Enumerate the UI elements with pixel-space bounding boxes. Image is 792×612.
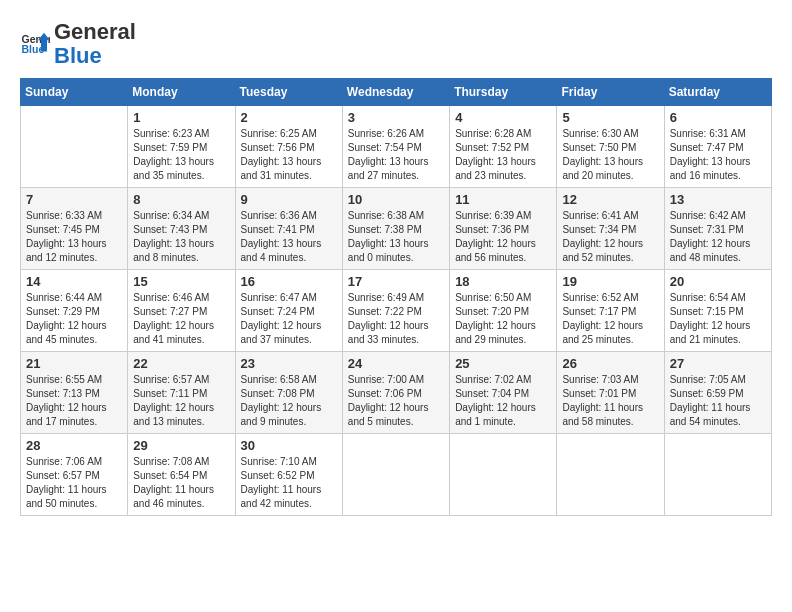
day-number: 27 <box>670 356 766 371</box>
day-number: 30 <box>241 438 337 453</box>
day-number: 2 <box>241 110 337 125</box>
day-info: Sunrise: 6:39 AM Sunset: 7:36 PM Dayligh… <box>455 209 551 265</box>
calendar-day-cell: 1Sunrise: 6:23 AM Sunset: 7:59 PM Daylig… <box>128 106 235 188</box>
day-info: Sunrise: 6:58 AM Sunset: 7:08 PM Dayligh… <box>241 373 337 429</box>
day-number: 8 <box>133 192 229 207</box>
calendar-day-cell: 10Sunrise: 6:38 AM Sunset: 7:38 PM Dayli… <box>342 188 449 270</box>
weekday-header: Sunday <box>21 79 128 106</box>
day-info: Sunrise: 6:47 AM Sunset: 7:24 PM Dayligh… <box>241 291 337 347</box>
day-info: Sunrise: 6:38 AM Sunset: 7:38 PM Dayligh… <box>348 209 444 265</box>
day-info: Sunrise: 6:57 AM Sunset: 7:11 PM Dayligh… <box>133 373 229 429</box>
calendar-week-row: 7Sunrise: 6:33 AM Sunset: 7:45 PM Daylig… <box>21 188 772 270</box>
calendar-day-cell: 14Sunrise: 6:44 AM Sunset: 7:29 PM Dayli… <box>21 270 128 352</box>
day-info: Sunrise: 6:49 AM Sunset: 7:22 PM Dayligh… <box>348 291 444 347</box>
day-info: Sunrise: 6:25 AM Sunset: 7:56 PM Dayligh… <box>241 127 337 183</box>
day-number: 4 <box>455 110 551 125</box>
day-number: 3 <box>348 110 444 125</box>
calendar-day-cell <box>664 434 771 516</box>
day-info: Sunrise: 6:46 AM Sunset: 7:27 PM Dayligh… <box>133 291 229 347</box>
day-number: 25 <box>455 356 551 371</box>
day-number: 26 <box>562 356 658 371</box>
logo-icon: General Blue <box>20 29 50 59</box>
day-info: Sunrise: 7:08 AM Sunset: 6:54 PM Dayligh… <box>133 455 229 511</box>
calendar-day-cell: 2Sunrise: 6:25 AM Sunset: 7:56 PM Daylig… <box>235 106 342 188</box>
day-number: 6 <box>670 110 766 125</box>
calendar-day-cell: 27Sunrise: 7:05 AM Sunset: 6:59 PM Dayli… <box>664 352 771 434</box>
weekday-header: Friday <box>557 79 664 106</box>
calendar-day-cell: 9Sunrise: 6:36 AM Sunset: 7:41 PM Daylig… <box>235 188 342 270</box>
day-info: Sunrise: 6:23 AM Sunset: 7:59 PM Dayligh… <box>133 127 229 183</box>
day-number: 18 <box>455 274 551 289</box>
day-info: Sunrise: 6:55 AM Sunset: 7:13 PM Dayligh… <box>26 373 122 429</box>
calendar-day-cell: 26Sunrise: 7:03 AM Sunset: 7:01 PM Dayli… <box>557 352 664 434</box>
day-info: Sunrise: 7:06 AM Sunset: 6:57 PM Dayligh… <box>26 455 122 511</box>
day-info: Sunrise: 6:30 AM Sunset: 7:50 PM Dayligh… <box>562 127 658 183</box>
day-number: 17 <box>348 274 444 289</box>
day-number: 12 <box>562 192 658 207</box>
calendar-day-cell: 15Sunrise: 6:46 AM Sunset: 7:27 PM Dayli… <box>128 270 235 352</box>
day-info: Sunrise: 7:10 AM Sunset: 6:52 PM Dayligh… <box>241 455 337 511</box>
calendar-day-cell: 13Sunrise: 6:42 AM Sunset: 7:31 PM Dayli… <box>664 188 771 270</box>
day-number: 10 <box>348 192 444 207</box>
day-info: Sunrise: 7:02 AM Sunset: 7:04 PM Dayligh… <box>455 373 551 429</box>
day-info: Sunrise: 6:34 AM Sunset: 7:43 PM Dayligh… <box>133 209 229 265</box>
calendar-day-cell: 21Sunrise: 6:55 AM Sunset: 7:13 PM Dayli… <box>21 352 128 434</box>
day-number: 5 <box>562 110 658 125</box>
calendar-day-cell: 6Sunrise: 6:31 AM Sunset: 7:47 PM Daylig… <box>664 106 771 188</box>
day-number: 20 <box>670 274 766 289</box>
day-info: Sunrise: 6:31 AM Sunset: 7:47 PM Dayligh… <box>670 127 766 183</box>
day-number: 15 <box>133 274 229 289</box>
day-info: Sunrise: 6:50 AM Sunset: 7:20 PM Dayligh… <box>455 291 551 347</box>
calendar-day-cell <box>557 434 664 516</box>
day-info: Sunrise: 7:00 AM Sunset: 7:06 PM Dayligh… <box>348 373 444 429</box>
calendar-day-cell: 20Sunrise: 6:54 AM Sunset: 7:15 PM Dayli… <box>664 270 771 352</box>
day-number: 7 <box>26 192 122 207</box>
day-info: Sunrise: 6:44 AM Sunset: 7:29 PM Dayligh… <box>26 291 122 347</box>
weekday-header: Monday <box>128 79 235 106</box>
calendar-day-cell: 25Sunrise: 7:02 AM Sunset: 7:04 PM Dayli… <box>450 352 557 434</box>
calendar-day-cell: 18Sunrise: 6:50 AM Sunset: 7:20 PM Dayli… <box>450 270 557 352</box>
calendar-day-cell: 8Sunrise: 6:34 AM Sunset: 7:43 PM Daylig… <box>128 188 235 270</box>
svg-text:Blue: Blue <box>22 43 45 55</box>
calendar-day-cell: 5Sunrise: 6:30 AM Sunset: 7:50 PM Daylig… <box>557 106 664 188</box>
logo-text: GeneralBlue <box>54 20 136 68</box>
weekday-header: Thursday <box>450 79 557 106</box>
calendar-day-cell <box>342 434 449 516</box>
weekday-header: Saturday <box>664 79 771 106</box>
day-number: 23 <box>241 356 337 371</box>
calendar-day-cell <box>21 106 128 188</box>
day-info: Sunrise: 7:03 AM Sunset: 7:01 PM Dayligh… <box>562 373 658 429</box>
calendar-day-cell: 22Sunrise: 6:57 AM Sunset: 7:11 PM Dayli… <box>128 352 235 434</box>
day-number: 24 <box>348 356 444 371</box>
weekday-header-row: SundayMondayTuesdayWednesdayThursdayFrid… <box>21 79 772 106</box>
calendar-day-cell: 17Sunrise: 6:49 AM Sunset: 7:22 PM Dayli… <box>342 270 449 352</box>
calendar-week-row: 28Sunrise: 7:06 AM Sunset: 6:57 PM Dayli… <box>21 434 772 516</box>
calendar-day-cell: 23Sunrise: 6:58 AM Sunset: 7:08 PM Dayli… <box>235 352 342 434</box>
calendar-day-cell: 29Sunrise: 7:08 AM Sunset: 6:54 PM Dayli… <box>128 434 235 516</box>
day-number: 13 <box>670 192 766 207</box>
calendar-day-cell: 11Sunrise: 6:39 AM Sunset: 7:36 PM Dayli… <box>450 188 557 270</box>
day-number: 14 <box>26 274 122 289</box>
day-number: 1 <box>133 110 229 125</box>
calendar-day-cell: 24Sunrise: 7:00 AM Sunset: 7:06 PM Dayli… <box>342 352 449 434</box>
day-info: Sunrise: 6:28 AM Sunset: 7:52 PM Dayligh… <box>455 127 551 183</box>
day-info: Sunrise: 6:41 AM Sunset: 7:34 PM Dayligh… <box>562 209 658 265</box>
calendar-week-row: 14Sunrise: 6:44 AM Sunset: 7:29 PM Dayli… <box>21 270 772 352</box>
day-number: 21 <box>26 356 122 371</box>
calendar-week-row: 1Sunrise: 6:23 AM Sunset: 7:59 PM Daylig… <box>21 106 772 188</box>
calendar-day-cell: 4Sunrise: 6:28 AM Sunset: 7:52 PM Daylig… <box>450 106 557 188</box>
day-info: Sunrise: 6:26 AM Sunset: 7:54 PM Dayligh… <box>348 127 444 183</box>
day-info: Sunrise: 7:05 AM Sunset: 6:59 PM Dayligh… <box>670 373 766 429</box>
calendar-week-row: 21Sunrise: 6:55 AM Sunset: 7:13 PM Dayli… <box>21 352 772 434</box>
day-number: 19 <box>562 274 658 289</box>
day-number: 11 <box>455 192 551 207</box>
weekday-header: Tuesday <box>235 79 342 106</box>
logo: General Blue GeneralBlue <box>20 20 136 68</box>
calendar-day-cell <box>450 434 557 516</box>
calendar-day-cell: 3Sunrise: 6:26 AM Sunset: 7:54 PM Daylig… <box>342 106 449 188</box>
day-number: 16 <box>241 274 337 289</box>
calendar-day-cell: 7Sunrise: 6:33 AM Sunset: 7:45 PM Daylig… <box>21 188 128 270</box>
day-info: Sunrise: 6:33 AM Sunset: 7:45 PM Dayligh… <box>26 209 122 265</box>
calendar-day-cell: 16Sunrise: 6:47 AM Sunset: 7:24 PM Dayli… <box>235 270 342 352</box>
day-number: 29 <box>133 438 229 453</box>
